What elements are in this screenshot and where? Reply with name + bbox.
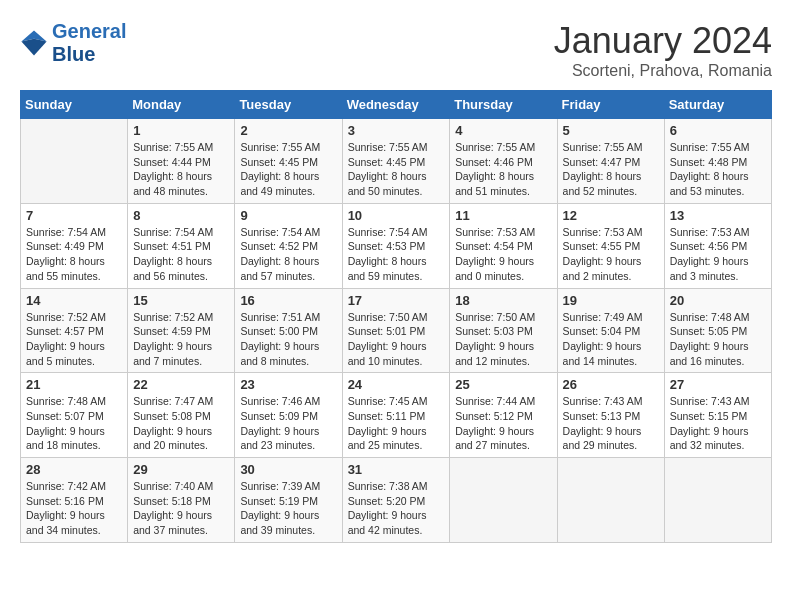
day-number: 30 (240, 462, 336, 477)
week-row-1: 7Sunrise: 7:54 AMSunset: 4:49 PMDaylight… (21, 203, 772, 288)
day-cell: 29Sunrise: 7:40 AMSunset: 5:18 PMDayligh… (128, 458, 235, 543)
day-info: Sunrise: 7:39 AMSunset: 5:19 PMDaylight:… (240, 479, 336, 538)
day-number: 8 (133, 208, 229, 223)
col-header-friday: Friday (557, 91, 664, 119)
page-header: General Blue January 2024 Scorteni, Prah… (20, 20, 772, 80)
day-cell (21, 119, 128, 204)
day-cell (557, 458, 664, 543)
day-cell: 2Sunrise: 7:55 AMSunset: 4:45 PMDaylight… (235, 119, 342, 204)
day-info: Sunrise: 7:54 AMSunset: 4:49 PMDaylight:… (26, 225, 122, 284)
logo-line2: Blue (52, 43, 126, 66)
day-number: 24 (348, 377, 445, 392)
day-cell: 18Sunrise: 7:50 AMSunset: 5:03 PMDayligh… (450, 288, 557, 373)
day-number: 19 (563, 293, 659, 308)
day-number: 13 (670, 208, 766, 223)
day-cell: 30Sunrise: 7:39 AMSunset: 5:19 PMDayligh… (235, 458, 342, 543)
svg-marker-1 (21, 39, 46, 56)
col-header-tuesday: Tuesday (235, 91, 342, 119)
day-number: 22 (133, 377, 229, 392)
week-row-0: 1Sunrise: 7:55 AMSunset: 4:44 PMDaylight… (21, 119, 772, 204)
day-number: 11 (455, 208, 551, 223)
day-cell: 23Sunrise: 7:46 AMSunset: 5:09 PMDayligh… (235, 373, 342, 458)
day-cell: 26Sunrise: 7:43 AMSunset: 5:13 PMDayligh… (557, 373, 664, 458)
day-cell: 21Sunrise: 7:48 AMSunset: 5:07 PMDayligh… (21, 373, 128, 458)
col-header-thursday: Thursday (450, 91, 557, 119)
day-cell: 12Sunrise: 7:53 AMSunset: 4:55 PMDayligh… (557, 203, 664, 288)
day-info: Sunrise: 7:44 AMSunset: 5:12 PMDaylight:… (455, 394, 551, 453)
day-info: Sunrise: 7:55 AMSunset: 4:48 PMDaylight:… (670, 140, 766, 199)
logo-icon (20, 29, 48, 57)
day-number: 25 (455, 377, 551, 392)
day-cell: 14Sunrise: 7:52 AMSunset: 4:57 PMDayligh… (21, 288, 128, 373)
month-title: January 2024 (554, 20, 772, 62)
day-cell: 7Sunrise: 7:54 AMSunset: 4:49 PMDaylight… (21, 203, 128, 288)
day-number: 17 (348, 293, 445, 308)
day-cell (450, 458, 557, 543)
day-number: 18 (455, 293, 551, 308)
day-info: Sunrise: 7:53 AMSunset: 4:54 PMDaylight:… (455, 225, 551, 284)
col-header-sunday: Sunday (21, 91, 128, 119)
day-number: 3 (348, 123, 445, 138)
day-info: Sunrise: 7:53 AMSunset: 4:56 PMDaylight:… (670, 225, 766, 284)
day-cell: 1Sunrise: 7:55 AMSunset: 4:44 PMDaylight… (128, 119, 235, 204)
day-number: 14 (26, 293, 122, 308)
day-cell: 20Sunrise: 7:48 AMSunset: 5:05 PMDayligh… (664, 288, 771, 373)
day-cell (664, 458, 771, 543)
day-info: Sunrise: 7:50 AMSunset: 5:01 PMDaylight:… (348, 310, 445, 369)
day-info: Sunrise: 7:43 AMSunset: 5:13 PMDaylight:… (563, 394, 659, 453)
day-info: Sunrise: 7:53 AMSunset: 4:55 PMDaylight:… (563, 225, 659, 284)
day-number: 26 (563, 377, 659, 392)
day-info: Sunrise: 7:50 AMSunset: 5:03 PMDaylight:… (455, 310, 551, 369)
day-info: Sunrise: 7:54 AMSunset: 4:53 PMDaylight:… (348, 225, 445, 284)
day-number: 31 (348, 462, 445, 477)
day-cell: 24Sunrise: 7:45 AMSunset: 5:11 PMDayligh… (342, 373, 450, 458)
day-number: 10 (348, 208, 445, 223)
day-cell: 4Sunrise: 7:55 AMSunset: 4:46 PMDaylight… (450, 119, 557, 204)
day-info: Sunrise: 7:49 AMSunset: 5:04 PMDaylight:… (563, 310, 659, 369)
day-info: Sunrise: 7:48 AMSunset: 5:07 PMDaylight:… (26, 394, 122, 453)
day-info: Sunrise: 7:54 AMSunset: 4:52 PMDaylight:… (240, 225, 336, 284)
header-row: SundayMondayTuesdayWednesdayThursdayFrid… (21, 91, 772, 119)
day-cell: 19Sunrise: 7:49 AMSunset: 5:04 PMDayligh… (557, 288, 664, 373)
day-number: 15 (133, 293, 229, 308)
logo: General Blue (20, 20, 126, 66)
day-info: Sunrise: 7:43 AMSunset: 5:15 PMDaylight:… (670, 394, 766, 453)
title-block: January 2024 Scorteni, Prahova, Romania (554, 20, 772, 80)
day-number: 16 (240, 293, 336, 308)
day-cell: 3Sunrise: 7:55 AMSunset: 4:45 PMDaylight… (342, 119, 450, 204)
day-cell: 10Sunrise: 7:54 AMSunset: 4:53 PMDayligh… (342, 203, 450, 288)
day-cell: 27Sunrise: 7:43 AMSunset: 5:15 PMDayligh… (664, 373, 771, 458)
day-number: 21 (26, 377, 122, 392)
logo-line1: General (52, 20, 126, 43)
day-cell: 8Sunrise: 7:54 AMSunset: 4:51 PMDaylight… (128, 203, 235, 288)
day-number: 28 (26, 462, 122, 477)
day-number: 7 (26, 208, 122, 223)
day-cell: 25Sunrise: 7:44 AMSunset: 5:12 PMDayligh… (450, 373, 557, 458)
day-number: 4 (455, 123, 551, 138)
week-row-2: 14Sunrise: 7:52 AMSunset: 4:57 PMDayligh… (21, 288, 772, 373)
day-info: Sunrise: 7:40 AMSunset: 5:18 PMDaylight:… (133, 479, 229, 538)
day-number: 20 (670, 293, 766, 308)
day-cell: 5Sunrise: 7:55 AMSunset: 4:47 PMDaylight… (557, 119, 664, 204)
day-info: Sunrise: 7:42 AMSunset: 5:16 PMDaylight:… (26, 479, 122, 538)
day-number: 2 (240, 123, 336, 138)
day-cell: 31Sunrise: 7:38 AMSunset: 5:20 PMDayligh… (342, 458, 450, 543)
day-cell: 22Sunrise: 7:47 AMSunset: 5:08 PMDayligh… (128, 373, 235, 458)
day-info: Sunrise: 7:46 AMSunset: 5:09 PMDaylight:… (240, 394, 336, 453)
day-cell: 9Sunrise: 7:54 AMSunset: 4:52 PMDaylight… (235, 203, 342, 288)
day-info: Sunrise: 7:55 AMSunset: 4:46 PMDaylight:… (455, 140, 551, 199)
day-cell: 17Sunrise: 7:50 AMSunset: 5:01 PMDayligh… (342, 288, 450, 373)
week-row-4: 28Sunrise: 7:42 AMSunset: 5:16 PMDayligh… (21, 458, 772, 543)
day-cell: 28Sunrise: 7:42 AMSunset: 5:16 PMDayligh… (21, 458, 128, 543)
day-info: Sunrise: 7:55 AMSunset: 4:44 PMDaylight:… (133, 140, 229, 199)
day-info: Sunrise: 7:38 AMSunset: 5:20 PMDaylight:… (348, 479, 445, 538)
day-info: Sunrise: 7:52 AMSunset: 4:59 PMDaylight:… (133, 310, 229, 369)
calendar-table: SundayMondayTuesdayWednesdayThursdayFrid… (20, 90, 772, 543)
day-number: 23 (240, 377, 336, 392)
day-info: Sunrise: 7:55 AMSunset: 4:45 PMDaylight:… (240, 140, 336, 199)
day-number: 27 (670, 377, 766, 392)
col-header-saturday: Saturday (664, 91, 771, 119)
day-info: Sunrise: 7:52 AMSunset: 4:57 PMDaylight:… (26, 310, 122, 369)
day-cell: 13Sunrise: 7:53 AMSunset: 4:56 PMDayligh… (664, 203, 771, 288)
week-row-3: 21Sunrise: 7:48 AMSunset: 5:07 PMDayligh… (21, 373, 772, 458)
